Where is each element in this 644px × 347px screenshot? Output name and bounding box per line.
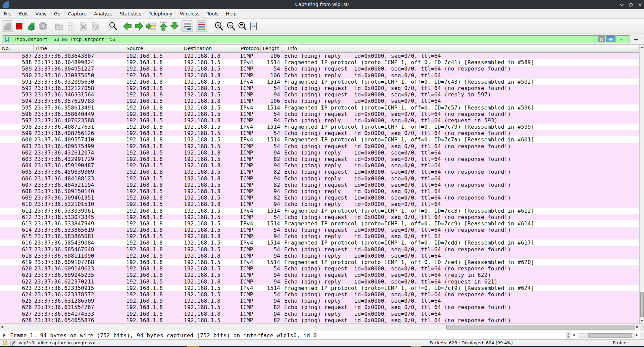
packet-row[interactable]: 60423:37:36.459190487192.168.1.5192.168.… — [0, 162, 639, 169]
packet-row[interactable]: 62123:37:36.609245235192.168.1.8192.168.… — [0, 272, 639, 278]
packet-row[interactable]: 61923:37:36.609107788192.168.1.8192.168.… — [0, 259, 639, 265]
detail-scroll-right-icon[interactable]: ▶ — [636, 333, 638, 337]
bookmark-icon[interactable] — [5, 37, 9, 44]
scroll-down-icon[interactable]: ▼ — [640, 319, 644, 323]
frame-summary[interactable]: Frame 1: 94 bytes on wire (752 bits), 94… — [10, 332, 317, 339]
stop-capture-button[interactable] — [13, 20, 25, 32]
packet-row[interactable]: 60923:37:36.509461351192.168.1.8192.168.… — [0, 194, 639, 201]
save-file-button[interactable] — [65, 20, 77, 32]
clear-filter-button[interactable] — [598, 36, 605, 42]
packet-row[interactable]: 60523:37:36.459839309192.168.1.8192.168.… — [0, 169, 639, 175]
detail-hscrollbar-thumb[interactable] — [588, 333, 632, 338]
menu-edit[interactable]: Edit — [15, 9, 32, 18]
go-forward-button[interactable] — [133, 20, 145, 32]
reload-file-button[interactable] — [90, 20, 101, 32]
packet-row[interactable]: 59223:37:36.332127058192.168.1.8192.168.… — [0, 85, 639, 91]
menu-wireless[interactable]: Wireless — [176, 9, 203, 18]
packet-row[interactable]: 62023:37:36.609149623192.168.1.8192.168.… — [0, 265, 639, 272]
packet-row[interactable]: 60223:37:36.432612074192.168.1.5192.168.… — [0, 149, 639, 156]
packet-row[interactable]: 62523:37:36.631286509192.168.1.5192.168.… — [0, 298, 639, 304]
packet-row[interactable]: 61123:37:36.533039961192.168.1.8192.168.… — [0, 208, 639, 214]
packet-row[interactable]: 60823:37:36.509150140192.168.1.5192.168.… — [0, 188, 639, 194]
zoom-out-button[interactable] — [225, 20, 237, 32]
close-file-button[interactable] — [78, 20, 89, 32]
restart-capture-button[interactable] — [26, 20, 37, 32]
go-back-button[interactable] — [122, 20, 133, 32]
packet-row[interactable]: 61323:37:36.533847949192.168.1.8192.168.… — [0, 220, 639, 227]
packet-row[interactable]: 58723:37:36.303643807192.168.1.5192.168.… — [0, 53, 639, 59]
display-filter-input[interactable]: !tcp.dstport==53 && !tcp.srcport==53 ▾ — [2, 35, 630, 43]
packet-row[interactable]: 61723:37:36.585467648192.168.1.8192.168.… — [0, 246, 639, 253]
packet-row[interactable]: 59623:37:36.358640449192.168.1.8192.168.… — [0, 111, 639, 117]
column-header-info[interactable]: Info — [282, 45, 639, 53]
packet-row[interactable]: 61423:37:36.533865619192.168.1.8192.168.… — [0, 227, 639, 233]
packet-list-vscrollbar[interactable]: ▲ ▼ — [639, 45, 644, 323]
vscrollbar-thumb[interactable] — [640, 292, 644, 317]
maximize-button[interactable] — [627, 0, 635, 9]
filter-dropdown-caret[interactable]: ▾ — [618, 36, 624, 42]
packet-row[interactable]: 62623:37:36.631554767192.168.1.8192.168.… — [0, 304, 639, 310]
menu-view[interactable]: View — [32, 9, 50, 18]
packet-row[interactable]: 60023:37:36.409557410192.168.1.8192.168.… — [0, 136, 639, 143]
colorize-packets-toggle[interactable] — [196, 20, 207, 32]
zoom-reset-button[interactable] — [237, 20, 248, 32]
packet-row[interactable]: 60123:37:36.409575499192.168.1.8192.168.… — [0, 143, 639, 149]
add-filter-button[interactable]: + — [632, 36, 640, 43]
packet-row[interactable]: 61523:37:36.583865081192.168.1.5192.168.… — [0, 233, 639, 240]
start-capture-button[interactable] — [2, 20, 13, 32]
minimize-button[interactable] — [617, 0, 626, 9]
menu-go[interactable]: Go — [50, 9, 64, 18]
scroll-right-icon[interactable]: ▶ — [636, 325, 639, 329]
packet-row[interactable]: 59323:37:36.346331564192.168.1.8192.168.… — [0, 91, 639, 98]
packet-list-hscrollbar[interactable]: ◀ ▶ — [0, 323, 644, 331]
expert-info-button[interactable] — [3, 341, 7, 345]
packet-row[interactable]: 59423:37:36.357629783192.168.1.5192.168.… — [0, 98, 639, 104]
column-header-length[interactable]: Length — [261, 45, 282, 53]
go-to-top-button[interactable] — [158, 20, 169, 32]
menu-analyze[interactable]: Analyze — [90, 9, 116, 18]
packet-row[interactable]: 60723:37:36.484521194192.168.1.8192.168.… — [0, 182, 639, 188]
display-filter-value[interactable]: !tcp.dstport==53 && !tcp.srcport==53 — [14, 36, 115, 43]
auto-scroll-toggle[interactable] — [182, 20, 193, 32]
menu-file[interactable]: File — [0, 9, 15, 18]
packet-row[interactable]: 60323:37:36.432991729192.168.1.8192.168.… — [0, 156, 639, 162]
packet-row[interactable]: 59123:37:36.332095630192.168.1.8192.168.… — [0, 79, 639, 85]
menu-telephony[interactable]: Telephony — [145, 9, 176, 18]
menu-capture[interactable]: Capture — [64, 9, 90, 18]
packet-row[interactable]: 61623:37:36.585439084192.168.1.8192.168.… — [0, 240, 639, 246]
capture-options-button[interactable] — [37, 20, 49, 32]
zoom-in-button[interactable] — [213, 20, 225, 32]
menu-help[interactable]: Help — [222, 9, 240, 18]
close-button[interactable] — [636, 0, 644, 9]
packet-row[interactable]: 59723:37:36.407623588192.168.1.5192.168.… — [0, 117, 639, 124]
packet-row[interactable]: 62323:37:36.623350915192.168.1.8192.168.… — [0, 285, 639, 291]
packet-row[interactable]: 62223:37:36.622370211192.168.1.5192.168.… — [0, 278, 639, 285]
detail-scroll-left-icon[interactable]: ◀ — [573, 333, 575, 337]
column-header-no[interactable]: No. — [0, 45, 34, 53]
packet-row[interactable]: 60623:37:36.484188123192.168.1.5192.168.… — [0, 175, 639, 182]
go-to-bottom-button[interactable] — [169, 20, 180, 32]
expand-frame-icon[interactable] — [3, 334, 6, 337]
packet-row[interactable]: 59023:37:36.330875650192.168.1.5192.168.… — [0, 72, 639, 79]
packet-row[interactable]: 62823:37:36.654655876192.168.1.8192.168.… — [0, 317, 639, 323]
column-header-destination[interactable]: Destination — [182, 45, 239, 53]
packet-row[interactable]: 58823:37:36.304899824192.168.1.8192.168.… — [0, 59, 639, 66]
scroll-up-icon[interactable]: ▲ — [640, 45, 644, 49]
hscrollbar-thumb[interactable] — [446, 325, 635, 330]
column-header-protocol[interactable]: Protocol — [239, 45, 261, 53]
packet-row[interactable]: 59823:37:36.408727631192.168.1.8192.168.… — [0, 124, 639, 130]
packet-row[interactable]: 61223:37:36.533073345192.168.1.8192.168.… — [0, 214, 639, 220]
scroll-left-icon[interactable]: ◀ — [1, 325, 3, 329]
column-header-source[interactable]: Source — [124, 45, 182, 53]
column-header-time[interactable]: Time — [34, 45, 124, 53]
packet-row[interactable]: 62423:37:36.623378572192.168.1.8192.168.… — [0, 291, 639, 298]
packet-row[interactable]: 62723:37:36.654174533192.168.1.5192.168.… — [0, 311, 639, 317]
apply-filter-button[interactable] — [606, 36, 615, 42]
menu-statistics[interactable]: Statistics — [116, 9, 145, 18]
packet-row[interactable]: 61823:37:36.608111090192.168.1.5192.168.… — [0, 253, 639, 259]
packet-row[interactable]: 59923:37:36.408756126192.168.1.8192.168.… — [0, 130, 639, 136]
detail-spin-control[interactable]: ▲▼ — [566, 332, 571, 339]
packet-row[interactable]: 61023:37:36.532101510192.168.1.5192.168.… — [0, 201, 639, 207]
resize-columns-button[interactable] — [248, 20, 259, 32]
find-packet-button[interactable] — [107, 20, 119, 32]
